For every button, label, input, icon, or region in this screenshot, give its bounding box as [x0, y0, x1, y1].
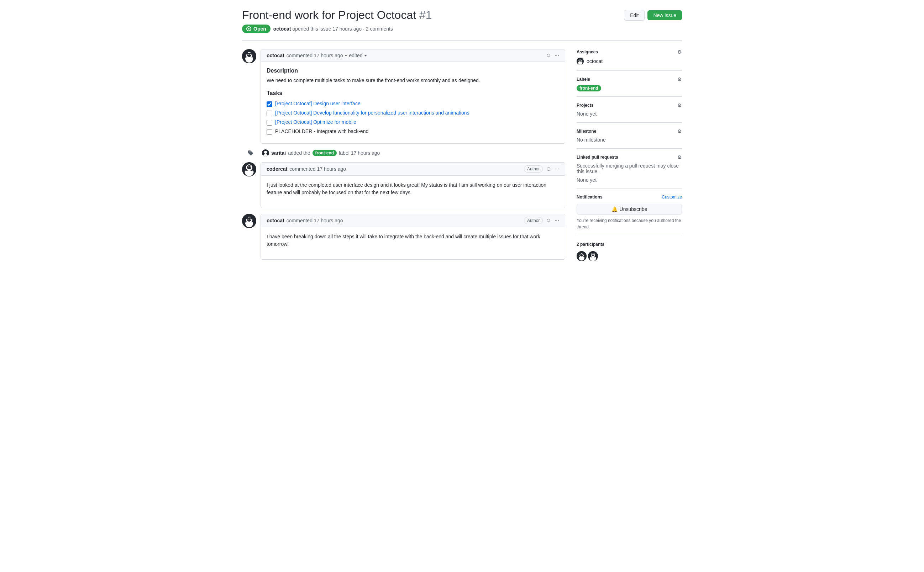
task-checkbox-2[interactable] [266, 110, 272, 116]
meta-author[interactable]: octocat [273, 26, 291, 32]
notifications-title: Notifications [577, 194, 603, 200]
more-options-button-2[interactable]: ··· [555, 166, 559, 172]
labels-gear-button[interactable]: ⚙ [677, 76, 682, 82]
commenter-name-1[interactable]: octocat [266, 53, 284, 58]
dot-sep-1: • [345, 53, 347, 58]
labels-header: Labels ⚙ [577, 76, 682, 82]
task-list: [Project Octocat] Design user interface … [266, 101, 559, 135]
participant-avatar-2[interactable] [588, 251, 598, 261]
activity-actor[interactable]: saritai [271, 150, 286, 156]
commenter-name-3[interactable]: octocat [266, 218, 284, 224]
task-checkbox-4[interactable] [266, 129, 272, 135]
sidebar-notifications: Notifications Customize 🔔 Unsubscribe Yo… [577, 189, 682, 236]
notifications-header: Notifications Customize [577, 194, 682, 200]
comment-header-left-2: codercat commented 17 hours ago [266, 166, 346, 172]
activity-label-badge: front-end [313, 150, 337, 156]
comment-body-2: I just looked at the completed user inte… [261, 176, 565, 208]
avatar-octocat-1 [242, 49, 256, 63]
svg-point-29 [245, 222, 248, 225]
customize-link[interactable]: Customize [662, 194, 682, 200]
svg-point-30 [251, 222, 253, 225]
participants-title: 2 participants [577, 242, 682, 247]
emoji-reaction-button-3[interactable]: ☺ [545, 218, 552, 224]
task-item-1: [Project Octocat] Design user interface [266, 101, 559, 107]
svg-point-54 [592, 254, 593, 255]
svg-point-46 [581, 254, 581, 255]
svg-point-20 [251, 171, 254, 174]
svg-point-55 [593, 254, 594, 255]
task-link-3[interactable]: [Project Octocat] Optimize for mobile [275, 119, 356, 125]
svg-point-39 [578, 62, 580, 63]
comment-text-3: I have been breaking down all the steps … [266, 233, 559, 248]
issue-meta-row: Open octocat opened this issue 17 hours … [242, 25, 682, 33]
activity-suffix: label 17 hours ago [339, 150, 380, 156]
task-link-1[interactable]: [Project Octocat] Design user interface [275, 101, 361, 106]
milestone-gear-button[interactable]: ⚙ [677, 128, 682, 134]
assignees-gear-button[interactable]: ⚙ [677, 49, 682, 55]
emoji-reaction-button-1[interactable]: ☺ [545, 52, 552, 59]
emoji-reaction-button-2[interactable]: ☺ [545, 166, 552, 172]
assignee-name[interactable]: octocat [587, 58, 603, 64]
projects-gear-button[interactable]: ⚙ [677, 103, 682, 108]
more-options-button-3[interactable]: ··· [555, 218, 559, 224]
assignee-item: octocat [577, 58, 682, 65]
header-divider [242, 40, 682, 40]
milestone-value: No milestone [577, 137, 682, 143]
comment-body-3: I have been breaking down all the steps … [261, 227, 565, 259]
sidebar-projects: Projects ⚙ None yet [577, 97, 682, 123]
participant-avatar-1[interactable] [577, 251, 587, 261]
meta-text: octocat opened this issue 17 hours ago ·… [273, 26, 393, 32]
svg-point-5 [248, 54, 249, 55]
task-link-2[interactable]: [Project Octocat] Develop functionality … [275, 110, 469, 116]
unsubscribe-label: Unsubscribe [620, 206, 647, 212]
meta-action: opened this issue [292, 26, 331, 32]
issue-header: Front-end work for Project Octocat #1 Ed… [242, 9, 682, 22]
edit-button[interactable]: Edit [624, 10, 645, 21]
activity-action: added the [288, 150, 310, 156]
task-checkbox-1[interactable] [266, 101, 272, 107]
bell-icon: 🔔 [611, 206, 617, 212]
linked-prs-desc: Successfully merging a pull request may … [577, 163, 682, 174]
unsubscribe-button[interactable]: 🔔 Unsubscribe [577, 204, 682, 214]
meta-time: 17 hours ago [332, 26, 361, 32]
commenter-name-2[interactable]: codercat [266, 166, 287, 172]
avatar-codercat [242, 162, 256, 176]
svg-point-47 [582, 254, 583, 255]
svg-point-19 [245, 171, 248, 174]
comment-time-2: commented 17 hours ago [289, 166, 346, 172]
more-options-button-1[interactable]: ··· [555, 52, 559, 59]
comment-1: octocat commented 17 hours ago • edited … [242, 49, 565, 144]
task-item-2: [Project Octocat] Develop functionality … [266, 110, 559, 116]
avatar-octocat-2 [242, 214, 256, 228]
edited-dropdown[interactable]: edited [349, 53, 367, 58]
svg-point-17 [250, 166, 251, 168]
open-dot-icon [246, 26, 251, 31]
comment-text-2: I just looked at the completed user inte… [266, 182, 559, 196]
header-buttons: Edit New issue [624, 10, 682, 21]
comment-header-right-1: ☺ ··· [545, 52, 559, 59]
sidebar: Assignees ⚙ [577, 49, 682, 267]
linked-prs-gear-button[interactable]: ⚙ [677, 154, 682, 160]
participants-avatars [577, 251, 682, 261]
comment-header-right-3: Author ☺ ··· [524, 217, 559, 224]
comment-content-1: octocat commented 17 hours ago • edited … [260, 49, 565, 144]
title-text: Front-end work for Project Octocat [242, 9, 416, 21]
sidebar-assignees: Assignees ⚙ [577, 49, 682, 71]
svg-point-15 [247, 165, 251, 169]
task-checkbox-3[interactable] [266, 120, 272, 126]
svg-point-9 [251, 57, 253, 60]
issue-number: #1 [419, 9, 432, 21]
new-issue-button[interactable]: New issue [647, 10, 682, 20]
svg-point-27 [250, 219, 251, 220]
svg-point-57 [590, 257, 591, 259]
comment-time-3: commented 17 hours ago [287, 218, 343, 224]
saritai-avatar [262, 149, 269, 157]
sidebar-linked-prs: Linked pull requests ⚙ Successfully merg… [577, 149, 682, 189]
comment-header-1: octocat commented 17 hours ago • edited … [261, 50, 565, 62]
linked-prs-value: None yet [577, 177, 682, 183]
comment-header-2: codercat commented 17 hours ago Author ☺… [261, 163, 565, 176]
comment-header-left-1: octocat commented 17 hours ago • edited [266, 53, 367, 58]
label-badge[interactable]: front-end [577, 85, 601, 92]
activity-label-added: saritai added the front-end label 17 hou… [242, 149, 565, 157]
meta-dot: · [363, 26, 366, 32]
